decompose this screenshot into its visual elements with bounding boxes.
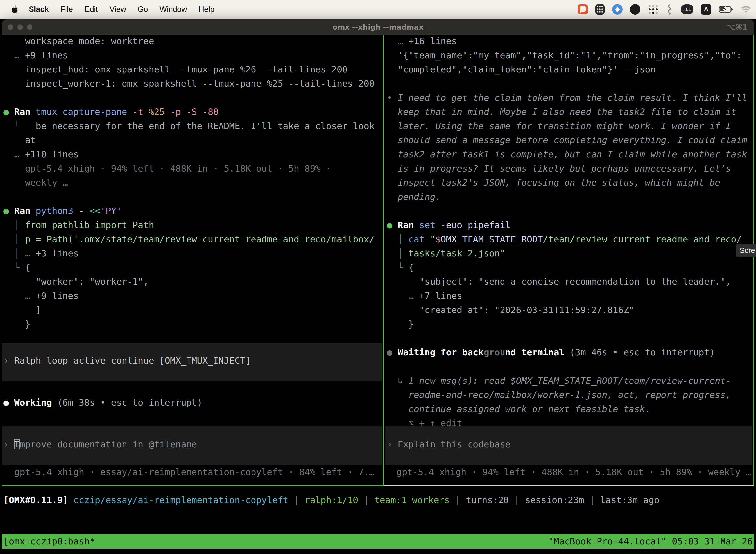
terminal-text-segment: ›: [387, 439, 397, 449]
left-pane-status-line: gpt-5.4 xhigh · essay/ai-reimplementatio…: [3, 465, 375, 479]
terminal-text-segment: keep that in mind. Maybe I also need the…: [387, 107, 737, 117]
terminal-text-segment: ": [430, 234, 435, 244]
terminal-text-segment: |: [584, 495, 600, 505]
left-notice-line: › Ralph loop active continue [OMX_TMUX_I…: [3, 353, 251, 368]
left-pane: workspace_mode: worktree … +9 lines insp…: [3, 34, 381, 331]
terminal-text-segment: task2 after task1 is complete, but can I…: [387, 149, 747, 159]
terminal-text-segment: ●: [3, 397, 14, 407]
terminal-text-segment: workspace_mode: worktree: [3, 36, 154, 46]
terminal-text-segment: session:23m: [525, 495, 584, 505]
terminal-text-segment: 'PY': [100, 206, 122, 216]
terminal-line: readme-and-reco/mailbox/worker-1.json, a…: [387, 388, 754, 402]
terminal-text-segment: Ralph loop active continue [OMX_TMUX_INJ…: [14, 355, 251, 366]
terminal-text-segment: is in progress? It seems likely but perh…: [387, 163, 731, 173]
right-pane-status-line: gpt-5.4 xhigh · 94% left · 488K in · 5.1…: [396, 465, 751, 479]
terminal-line: pending.: [387, 189, 754, 204]
terminal-text-segment: └: [387, 262, 408, 273]
terminal-line: … +7 lines: [387, 289, 754, 303]
left-input-placeholder[interactable]: › Improve documentation in @filename: [3, 437, 197, 451]
screen: SlackFileEditViewGoWindowHelp ..61 A: [0, 0, 756, 554]
terminal-line: inspect task2's JSON, focusing on the st…: [387, 175, 754, 189]
terminal-line: gpt-5.4 xhigh · 94% left · 488K in · 5.1…: [3, 161, 381, 175]
terminal-text-segment: +7 lines: [419, 291, 462, 301]
terminal-text-segment: gpt-5.4 xhigh · 94% left · 488K in · 5.1…: [396, 467, 751, 477]
terminal-line: [387, 331, 754, 345]
terminal-text-segment: (6m 38s • esc to interrupt): [57, 397, 202, 407]
terminal-line: }: [3, 317, 381, 331]
terminal-text-segment: should send a message before completing …: [387, 135, 747, 145]
right-pane: … +16 lines '{"team_name":"my-team","tas…: [387, 34, 754, 430]
terminal-text-segment: cczip/essay/ai-reimplementation-copyleft: [73, 495, 289, 505]
terminal-text-segment: └: [3, 121, 36, 131]
terminal-line: ]: [3, 303, 381, 317]
terminal-line: is in progress? It seems likely but perh…: [387, 161, 754, 175]
terminal-text-segment: p = Path('.omx/state/team/review-current…: [25, 234, 375, 244]
terminal-text-segment: +9 lines: [25, 50, 68, 60]
terminal-text-segment: $: [435, 234, 441, 244]
terminal-text-segment: cat: [408, 234, 430, 244]
terminal-line: ● Ran python3 - <<'PY': [3, 204, 381, 218]
terminal-text-segment: │: [3, 234, 25, 244]
terminal-text-segment: -S: [186, 107, 202, 117]
terminal-line: └ {: [387, 260, 754, 275]
terminal-text-segment: {: [25, 262, 30, 273]
terminal-line: inspect_hud: omx sparkshell --tmux-pane …: [3, 62, 381, 76]
terminal-text-segment: └: [3, 262, 25, 273]
terminal-line: "created_at": "2026-03-31T11:59:27.816Z": [387, 303, 754, 317]
terminal-text-segment: nd terminal: [505, 347, 570, 357]
terminal-text-segment: +16 lines: [408, 36, 457, 46]
terminal-text-segment: continue assigned work or next feasible …: [387, 404, 650, 414]
inactive-pane-bottom-border: [384, 486, 754, 487]
terminal-line: should send a message before completing …: [387, 133, 754, 147]
terminal-text-segment: -euo pipefail: [441, 220, 511, 230]
tmux-session-label[interactable]: [omx-cczip0:bash*: [3, 534, 95, 549]
terminal-text-segment: OMX_TEAM_STATE_ROOT: [441, 234, 543, 244]
terminal-text-segment: …: [3, 149, 25, 159]
terminal-text-segment: +110 lines: [25, 149, 79, 159]
terminal-text-segment: …: [25, 248, 36, 258]
terminal-line: ● Waiting for background terminal (3m 46…: [387, 345, 754, 359]
left-working-status: ● Working (6m 38s • esc to interrupt): [3, 395, 202, 409]
terminal-line: … +16 lines: [387, 34, 754, 48]
tmux-host-clock-label: "MacBook-Pro-44.local" 05:03 31-Mar-26: [548, 534, 753, 549]
terminal-text-segment: '{"team_name":"my-team","task_id":"1","f…: [387, 50, 742, 60]
terminal-text-segment: Explain this codebase: [397, 439, 510, 449]
terminal-text-segment: %25: [148, 107, 170, 117]
terminal-line: at: [3, 133, 381, 147]
terminal-text-segment: │: [387, 234, 408, 244]
terminal-text-segment: ]: [3, 305, 41, 315]
terminal-line: └ be necessary for the end of the README…: [3, 119, 381, 133]
terminal-text-segment: -p: [170, 107, 186, 117]
terminal-text-segment: |: [450, 495, 466, 505]
terminal-text-segment: grou: [484, 347, 505, 357]
terminal-text-segment: │: [3, 220, 25, 230]
terminal-text-segment: |: [359, 495, 375, 505]
terminal-line: keep that in mind. Maybe I also need the…: [387, 105, 754, 119]
screen-share-overlay[interactable]: Scre: [736, 244, 756, 257]
terminal-text-segment: "created_at": "2026-03-31T11:59:27.816Z": [387, 305, 634, 315]
terminal-line: task2 after task1 is complete, but can I…: [387, 147, 754, 161]
terminal-text-segment: …: [3, 291, 36, 301]
terminal-text-segment: Ran: [14, 206, 36, 216]
terminal-text-segment: -80: [202, 107, 218, 117]
terminal-text-segment: ●: [387, 220, 397, 230]
terminal-text-segment: inspect_hud: omx sparkshell --tmux-pane …: [3, 64, 348, 74]
terminal-text-segment: Ran: [397, 220, 419, 230]
terminal-text-segment: …: [3, 50, 25, 60]
terminal-line: [387, 76, 754, 91]
pane-divider[interactable]: [383, 35, 384, 486]
right-input-placeholder[interactable]: › Explain this codebase: [387, 437, 511, 451]
terminal-text-segment: "completed","claim_token":"claim-token"}…: [387, 64, 656, 74]
terminal-line: "worker": "worker-1",: [3, 275, 381, 289]
terminal-text-segment: │: [387, 248, 408, 258]
terminal-text-segment: }: [387, 319, 414, 329]
terminal-text-segment: (3m 46s • esc to interrupt): [570, 347, 715, 357]
terminal-text-segment: mprove documentation in @filename: [19, 439, 197, 449]
terminal-line: … +9 lines: [3, 289, 381, 303]
terminal-text-segment: be necessary for the end of the README. …: [36, 121, 374, 131]
terminal-text-segment: |: [509, 495, 525, 505]
terminal-text-segment: last:3m ago: [600, 495, 659, 505]
terminal-line: ↳ 1 new msg(s): read $OMX_TEAM_STATE_ROO…: [387, 374, 754, 388]
terminal-text-segment: -t: [132, 107, 148, 117]
terminal-line: • I need to get the claim token from the…: [387, 91, 754, 105]
